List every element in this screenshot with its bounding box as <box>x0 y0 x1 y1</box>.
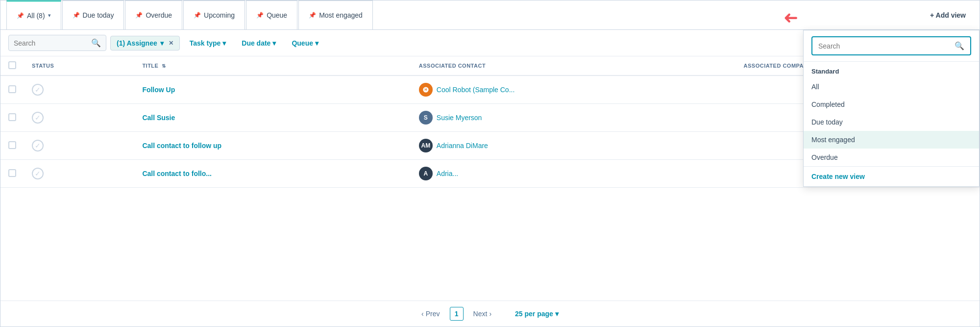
per-page-label: 25 per page <box>515 310 553 318</box>
tab-upcoming[interactable]: 📌 Upcoming <box>183 0 245 29</box>
row-checkbox[interactable] <box>8 141 16 149</box>
row-checkbox[interactable] <box>8 85 16 93</box>
pin-icon: 📌 <box>309 12 316 19</box>
dropdown-item-overdue[interactable]: Overdue <box>804 149 979 166</box>
row-checkbox[interactable] <box>8 113 16 121</box>
status-icon[interactable]: ✓ <box>32 140 44 151</box>
pin-icon: 📌 <box>135 12 143 19</box>
main-search-box: 🔍 <box>8 35 106 51</box>
tab-overdue[interactable]: 📌 Overdue <box>125 0 182 29</box>
pagination: ‹ Prev 1 Next › 25 per page ▾ <box>0 301 980 327</box>
tab-due-today-label: Due today <box>83 11 114 19</box>
next-label: Next <box>473 310 488 318</box>
tab-due-today[interactable]: 📌 Due today <box>62 0 124 29</box>
chevron-down-icon: ▾ <box>315 39 318 47</box>
dropdown-item-completed[interactable]: Completed <box>804 96 979 113</box>
view-dropdown-panel: 🔍 Standard AllCompletedDue todayMost eng… <box>803 30 980 187</box>
task-type-filter-button[interactable]: Task type ▾ <box>184 36 232 50</box>
pin-icon: 📌 <box>256 12 264 19</box>
status-icon[interactable]: ✓ <box>32 112 44 124</box>
contact-cell: AM Adrianna DiMare <box>419 139 728 152</box>
close-icon[interactable]: ✕ <box>169 40 173 47</box>
avatar: A <box>419 167 433 180</box>
dropdown-footer: Create new view <box>804 166 979 186</box>
status-icon[interactable]: ✓ <box>32 84 44 96</box>
avatar: H <box>419 83 433 97</box>
contact-cell: S Susie Myerson <box>419 111 728 125</box>
pin-icon: 📌 <box>73 12 80 19</box>
search-icon: 🔍 <box>91 38 101 48</box>
task-title[interactable]: Call contact to follo... <box>142 170 212 177</box>
due-date-filter-label: Due date <box>242 39 270 47</box>
avatar: AM <box>419 139 433 152</box>
red-arrow-indicator: ➜ <box>784 7 798 28</box>
search-input[interactable] <box>14 39 87 47</box>
assignee-filter-label: (1) Assignee <box>117 39 157 47</box>
queue-filter-button[interactable]: Queue ▾ <box>286 36 324 50</box>
dropdown-item-due-today[interactable]: Due today <box>804 113 979 131</box>
contact-name[interactable]: Adrianna DiMare <box>437 142 488 150</box>
prev-page-button[interactable]: ‹ Prev <box>417 308 443 320</box>
pin-icon: 📌 <box>194 12 201 19</box>
task-title[interactable]: Follow Up <box>142 86 175 94</box>
contact-cell: H Cool Robot (Sample Co... <box>419 83 728 97</box>
row-checkbox[interactable] <box>8 169 16 177</box>
tab-all-label: All (8) <box>27 12 45 20</box>
associated-contact-column-header: ASSOCIATED CONTACT <box>411 56 736 75</box>
per-page-button[interactable]: 25 per page ▾ <box>511 308 563 320</box>
contact-name[interactable]: Cool Robot (Sample Co... <box>437 86 515 94</box>
chevron-down-icon: ▾ <box>48 12 51 19</box>
dropdown-search-area: 🔍 <box>804 30 979 62</box>
chevron-down-icon: ▾ <box>272 39 276 47</box>
dropdown-search-box: 🔍 <box>811 36 971 55</box>
chevron-down-icon: ▾ <box>555 310 559 318</box>
title-column-header: TITLE ⇅ <box>134 56 411 75</box>
status-icon[interactable]: ✓ <box>32 168 44 179</box>
sort-icon[interactable]: ⇅ <box>162 63 166 69</box>
due-date-filter-button[interactable]: Due date ▾ <box>236 36 282 50</box>
tab-queue[interactable]: 📌 Queue <box>246 0 297 29</box>
contact-name[interactable]: Adria... <box>437 170 458 177</box>
assignee-filter-button[interactable]: (1) Assignee ▾ ✕ <box>110 36 180 50</box>
tab-upcoming-label: Upcoming <box>204 11 235 19</box>
chevron-right-icon: › <box>489 310 491 318</box>
contact-name[interactable]: Susie Myerson <box>437 114 482 122</box>
chevron-down-icon: ▾ <box>160 39 164 47</box>
tab-overdue-label: Overdue <box>146 11 172 19</box>
dropdown-search-input[interactable] <box>818 42 951 50</box>
tab-most-engaged-label: Most engaged <box>319 11 363 19</box>
queue-filter-label: Queue <box>292 39 313 47</box>
task-title[interactable]: Call Susie <box>142 114 175 122</box>
avatar: S <box>419 111 433 125</box>
create-new-view-link[interactable]: Create new view <box>811 173 865 180</box>
tab-queue-label: Queue <box>267 11 287 19</box>
task-title[interactable]: Call contact to follow up <box>142 142 221 150</box>
tab-most-engaged[interactable]: 📌 Most engaged <box>298 0 373 29</box>
search-icon: 🔍 <box>955 41 964 50</box>
tab-all[interactable]: 📌 All (8) ▾ <box>6 0 61 29</box>
current-page-number[interactable]: 1 <box>450 307 464 321</box>
chevron-left-icon: ‹ <box>421 310 424 318</box>
svg-text:H: H <box>424 88 427 91</box>
task-type-filter-label: Task type <box>190 39 221 47</box>
next-page-button[interactable]: Next › <box>469 308 495 320</box>
dropdown-section-label: Standard <box>804 62 979 78</box>
add-view-button[interactable]: + Add view <box>922 6 974 24</box>
select-all-checkbox[interactable] <box>8 61 16 69</box>
tab-bar: 📌 All (8) ▾ 📌 Due today 📌 Overdue 📌 Upco… <box>0 0 980 30</box>
dropdown-item-most-engaged[interactable]: Most engaged <box>804 131 979 149</box>
status-column-header: STATUS <box>24 56 134 75</box>
prev-label: Prev <box>426 310 440 318</box>
chevron-down-icon: ▾ <box>222 39 226 47</box>
pin-icon: 📌 <box>17 12 24 19</box>
app-container: 📌 All (8) ▾ 📌 Due today 📌 Overdue 📌 Upco… <box>0 0 980 327</box>
dropdown-item-all[interactable]: All <box>804 78 979 96</box>
contact-cell: A Adria... <box>419 167 728 180</box>
